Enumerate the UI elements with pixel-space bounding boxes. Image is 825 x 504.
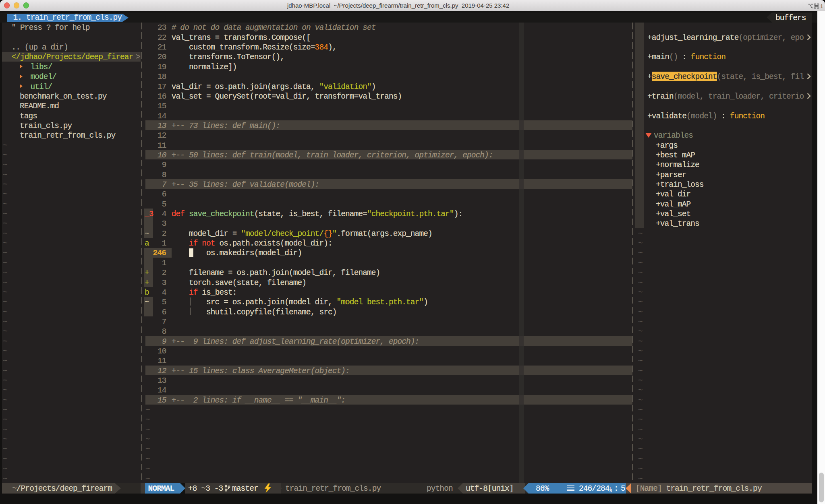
svg-text:1: 1 bbox=[820, 3, 823, 9]
